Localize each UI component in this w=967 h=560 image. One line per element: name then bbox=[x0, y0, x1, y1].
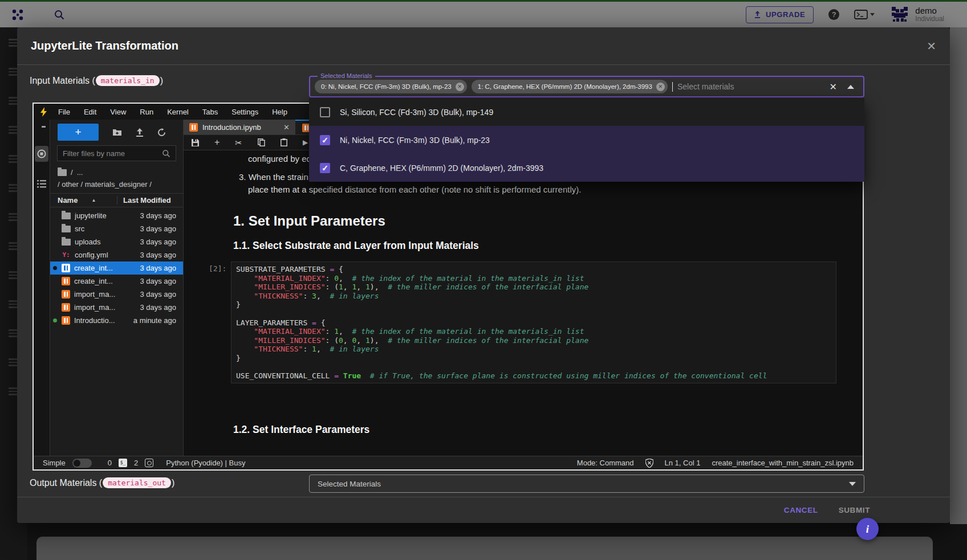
menu-kernel[interactable]: Kernel bbox=[160, 108, 196, 116]
yaml-file-icon: Y: bbox=[62, 251, 71, 259]
material-chip[interactable]: 1: C, Graphene, HEX (P6/mmm) 2D (Monolay… bbox=[472, 80, 668, 93]
chip-remove-icon[interactable]: ✕ bbox=[456, 83, 464, 91]
menu-view[interactable]: View bbox=[103, 108, 133, 116]
checkbox-checked-icon[interactable] bbox=[320, 163, 330, 173]
markdown-fragment: place them at a specified distance from … bbox=[248, 185, 581, 194]
file-modified: a minute ago bbox=[127, 316, 176, 325]
material-option[interactable]: C, Graphene, HEX (P6/mmm) 2D (Monolayer)… bbox=[309, 154, 864, 182]
copy-cells-icon[interactable] bbox=[258, 138, 265, 146]
code-line: "MATERIAL_INDEX": 1, # the index of the … bbox=[236, 327, 831, 336]
file-row[interactable]: Y:config.yml3 days ago bbox=[50, 248, 183, 261]
kernels-icon[interactable] bbox=[145, 459, 153, 467]
cut-cells-icon[interactable]: ✂ bbox=[235, 138, 242, 147]
file-name: create_int... bbox=[74, 277, 123, 285]
checkbox-checked-icon[interactable] bbox=[320, 135, 330, 145]
file-name: create_int... bbox=[74, 264, 123, 272]
column-last-modified[interactable]: Last Modified bbox=[117, 196, 176, 205]
file-modified: 3 days ago bbox=[127, 211, 176, 220]
material-chip[interactable]: 0: Ni, Nickel, FCC (Fm-3m) 3D (Bulk), mp… bbox=[315, 80, 467, 93]
code-cell[interactable]: SUBSTRATE_PARAMETERS = { "MATERIAL_INDEX… bbox=[231, 261, 836, 383]
simple-mode-label: Simple bbox=[43, 459, 66, 467]
heading-set-interface-parameters: 1.2. Set Interface Parameters bbox=[233, 424, 369, 436]
breadcrumb-ellipsis[interactable]: ... bbox=[77, 166, 83, 178]
breadcrumb-path[interactable]: / other / materials_designer / bbox=[58, 178, 152, 190]
checkbox-unchecked-icon[interactable] bbox=[320, 107, 330, 117]
file-row[interactable]: uploads3 days ago bbox=[50, 235, 183, 248]
file-row[interactable]: import_ma...3 days ago bbox=[50, 301, 183, 314]
notebook-content[interactable]: configured by edit 3. When the strain m … bbox=[184, 150, 863, 456]
file-row[interactable]: Introductio...a minute ago bbox=[50, 314, 183, 327]
breadcrumb-home-icon[interactable] bbox=[58, 169, 67, 176]
code-line: "THICKNESS": 3, # in layers bbox=[236, 292, 831, 301]
notebook-icon bbox=[62, 316, 70, 325]
chip-remove-icon[interactable]: ✕ bbox=[656, 83, 665, 91]
new-folder-icon[interactable] bbox=[112, 128, 122, 136]
code-line bbox=[236, 363, 831, 372]
add-cell-icon[interactable]: + bbox=[214, 138, 220, 147]
code-line: } bbox=[236, 354, 831, 363]
filter-files-input[interactable]: Filter files by name bbox=[57, 145, 176, 161]
terminals-icon[interactable]: $_ bbox=[119, 459, 127, 467]
file-row[interactable]: jupyterlite3 days ago bbox=[50, 209, 183, 222]
upload-icon[interactable] bbox=[136, 128, 144, 137]
table-of-contents-icon[interactable] bbox=[37, 180, 46, 188]
menu-settings[interactable]: Settings bbox=[225, 108, 265, 116]
clear-selection-icon[interactable]: ✕ bbox=[830, 81, 837, 92]
code-line: LAYER_PARAMETERS = { bbox=[236, 318, 831, 328]
collapse-dropdown-icon[interactable] bbox=[847, 85, 854, 89]
file-name: Introductio... bbox=[74, 316, 123, 325]
paste-cells-icon[interactable] bbox=[281, 138, 287, 146]
run-cell-icon[interactable]: ▶ bbox=[303, 139, 308, 146]
material-option[interactable]: Ni, Nickel, FCC (Fm-3m) 3D (Bulk), mp-23 bbox=[309, 126, 864, 154]
folder-icon bbox=[62, 239, 71, 246]
cursor-position[interactable]: Ln 1, Col 1 bbox=[665, 459, 701, 467]
jupyterlite-transformation-dialog: JupyterLite Transformation ✕ Input Mater… bbox=[17, 27, 950, 523]
material-chip-label: 0: Ni, Nickel, FCC (Fm-3m) 3D (Bulk), mp… bbox=[321, 83, 452, 90]
material-option-label: C, Graphene, HEX (P6/mmm) 2D (Monolayer)… bbox=[340, 163, 543, 173]
file-row[interactable]: import_ma...3 days ago bbox=[50, 288, 183, 301]
save-icon[interactable] bbox=[192, 139, 199, 146]
file-name: import_ma... bbox=[74, 290, 123, 299]
menu-help[interactable]: Help bbox=[265, 108, 294, 116]
running-dot-slot bbox=[52, 266, 58, 270]
file-browser-toolbar: + bbox=[50, 120, 183, 145]
info-fab[interactable]: i bbox=[856, 518, 879, 540]
new-launcher-button[interactable]: + bbox=[58, 124, 99, 141]
simple-mode-toggle[interactable] bbox=[72, 459, 92, 468]
running-sessions-icon[interactable] bbox=[35, 146, 48, 162]
cancel-button[interactable]: CANCEL bbox=[784, 506, 818, 514]
notebook-icon bbox=[62, 277, 70, 285]
close-icon[interactable]: ✕ bbox=[927, 40, 936, 52]
submit-button[interactable]: SUBMIT bbox=[839, 506, 870, 514]
selected-materials-input[interactable]: Selected Materials 0: Ni, Nickel, FCC (F… bbox=[309, 76, 864, 97]
file-modified: 3 days ago bbox=[127, 264, 176, 272]
file-row[interactable]: create_int...3 days ago bbox=[50, 275, 183, 288]
tab-introduction[interactable]: Introduction.ipynb ✕ bbox=[184, 120, 295, 134]
file-row[interactable]: src3 days ago bbox=[50, 222, 183, 235]
material-option-label: Ni, Nickel, FCC (Fm-3m) 3D (Bulk), mp-23 bbox=[340, 136, 490, 145]
jupyterlite-logo-icon bbox=[39, 107, 48, 117]
menu-file[interactable]: File bbox=[51, 108, 77, 116]
running-dot-slot bbox=[52, 318, 58, 322]
tab-close-icon[interactable]: ✕ bbox=[283, 123, 290, 132]
kernels-count: 2 bbox=[134, 459, 138, 467]
markdown-fragment: 3. When the strain m bbox=[239, 172, 318, 182]
menu-tabs[interactable]: Tabs bbox=[196, 108, 225, 116]
activity-bar bbox=[34, 120, 50, 456]
column-name[interactable]: Name ▲ bbox=[58, 196, 117, 205]
menu-edit[interactable]: Edit bbox=[77, 108, 103, 116]
output-materials-text-close: ) bbox=[172, 478, 174, 488]
code-line: USE_CONVENTIONAL_CELL = True # if True, … bbox=[236, 371, 831, 381]
file-modified: 3 days ago bbox=[127, 277, 176, 285]
dialog-header: JupyterLite Transformation ✕ bbox=[17, 27, 950, 65]
file-row[interactable]: create_int...3 days ago bbox=[50, 261, 183, 275]
output-materials-select[interactable]: Selected Materials bbox=[309, 475, 864, 493]
material-option[interactable]: Si, Silicon, FCC (Fd-3m) 3D (Bulk), mp-1… bbox=[309, 98, 864, 126]
folder-icon bbox=[62, 212, 71, 219]
chevron-down-icon bbox=[849, 482, 856, 486]
refresh-icon[interactable] bbox=[157, 128, 166, 137]
breadcrumb-root[interactable]: / bbox=[71, 166, 73, 178]
menu-run[interactable]: Run bbox=[133, 108, 160, 116]
code-line: "MILLER_INDICES": (1, 1, 1), # the mille… bbox=[236, 283, 831, 292]
text-cursor bbox=[672, 82, 673, 92]
